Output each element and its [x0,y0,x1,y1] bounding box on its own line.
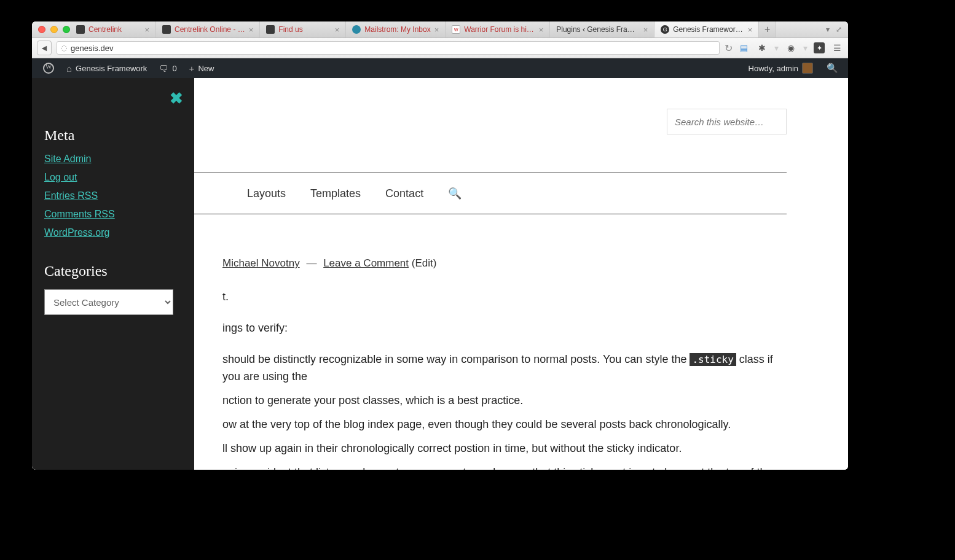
wordpress-icon [43,63,54,74]
fullscreen-icon[interactable]: ⤢ [836,25,842,34]
nav-contact[interactable]: Contact [385,187,423,200]
primary-nav: Layouts Templates Contact 🔍 [93,173,787,214]
tab[interactable]: wWarrior Forum is hir…× [446,21,550,37]
comments-count: 0 [172,64,176,73]
howdy-link[interactable]: Howdy, admin [742,63,819,74]
tab-strip: Centrelink× Centrelink Online - …× Find … [70,21,826,37]
new-content-link[interactable]: +New [183,58,221,78]
new-label: New [198,64,214,73]
close-tab-icon[interactable]: × [249,25,254,34]
nav-search-icon[interactable]: 🔍 [448,187,462,200]
list-item: ll show up again in their chronologicall… [222,440,787,457]
list-item: ow at the very top of the blog index pag… [222,416,787,434]
entries-rss-link[interactable]: Entries RSS [44,190,98,201]
tab-active[interactable]: GGenesis Framework …× [654,21,759,37]
favicon-icon: w [452,25,460,34]
author-link[interactable]: Michael Novotny [222,257,300,269]
tab[interactable]: Centrelink Online - …× [156,21,260,37]
admin-search-icon[interactable]: 🔍 [822,63,843,74]
meta-heading: Meta [44,127,182,144]
wordpress-org-link[interactable]: WordPress.org [44,227,109,238]
category-select[interactable]: Select Category [44,289,173,315]
site-name-link[interactable]: ⌂Genesis Framework [60,58,153,78]
list-item: ugin or widget that lists popular posts … [222,464,787,470]
site-name: Genesis Framework [76,64,147,73]
paragraph: ings to verify: [222,319,787,337]
close-tab-icon[interactable]: × [434,25,439,34]
comments-link[interactable]: 🗨0 [153,58,183,78]
post-meta: Michael Novotny — Leave a Comment (Edit) [93,257,787,270]
close-tab-icon[interactable]: × [335,25,340,34]
wp-logo-menu[interactable] [37,58,60,78]
tab-label: Mailstrom: My Inbox [364,25,430,34]
tab[interactable]: Plugins ‹ Genesis Frame…× [550,21,654,37]
favicon-icon [266,25,275,34]
code-sticky: .sticky [690,353,736,366]
close-tab-icon[interactable]: × [539,25,544,34]
separator: — [306,257,316,269]
tab-label: Centrelink [88,25,122,34]
offcanvas-sidebar: ✖ Meta Site Admin Log out Entries RSS Co… [32,78,194,470]
site-admin-link[interactable]: Site Admin [44,154,91,164]
tab-label: Genesis Framework … [673,25,744,34]
howdy-text: Howdy, admin [749,64,798,73]
home-icon: ⌂ [66,63,72,74]
chevron-down-icon[interactable]: ▾ [826,25,830,34]
paragraph: t. [222,288,787,306]
list-item: should be distinctly recognizable in som… [222,351,787,386]
reload-icon[interactable]: ↻ [725,42,733,54]
edit-link[interactable]: (Edit) [412,257,437,269]
comment-icon: 🗨 [159,63,168,74]
post-body: t. ings to verify: should be distinctly … [93,288,787,470]
favicon-icon [76,25,85,34]
plus-icon: + [189,63,195,74]
comments-rss-link[interactable]: Comments RSS [44,209,115,219]
tab[interactable]: Find us× [260,21,346,37]
categories-heading: Categories [44,263,182,279]
meta-links: Site Admin Log out Entries RSS Comments … [44,154,182,238]
browser-window: Centrelink× Centrelink Online - …× Find … [32,21,848,470]
avatar [802,63,813,74]
onepassword-icon[interactable]: ✦ [814,42,825,53]
url-text: genesis.dev [71,44,113,53]
nav-templates[interactable]: Templates [310,187,361,200]
tab-label: Warrior Forum is hir… [464,25,535,34]
favicon-icon: G [661,25,669,34]
tab-label: Centrelink Online - … [175,25,245,34]
globe-icon: ◌ [61,44,67,52]
favicon-icon [162,25,171,34]
wp-admin-bar: ⌂Genesis Framework 🗨0 +New Howdy, admin … [32,58,848,78]
logout-link[interactable]: Log out [44,172,77,182]
camera-icon[interactable]: ◉ [785,43,797,53]
leave-comment-link[interactable]: Leave a Comment [323,257,409,269]
content-area: s framework Layouts Templates Contact 🔍 … [32,78,848,470]
close-icon[interactable]: ✖ [170,89,183,108]
favicon-icon [352,25,361,34]
close-tab-icon[interactable]: × [144,25,149,34]
maximize-window-button[interactable] [63,26,70,33]
list-item: nction to generate your post classes, wh… [222,392,787,410]
new-tab-button[interactable]: + [759,21,776,37]
extension-icon[interactable]: ▤ [737,43,750,53]
close-tab-icon[interactable]: × [748,25,753,34]
close-window-button[interactable] [38,26,45,33]
back-button[interactable]: ◄ [37,41,52,55]
minimize-window-button[interactable] [50,26,58,33]
menu-icon[interactable]: ☰ [831,43,843,53]
window-controls [32,26,70,33]
url-field[interactable]: ◌ genesis.dev [57,41,720,55]
gear-icon[interactable]: ✱ [756,43,768,53]
titlebar: Centrelink× Centrelink Online - …× Find … [32,21,848,38]
tab[interactable]: Mailstrom: My Inbox× [346,21,446,37]
tab[interactable]: Centrelink× [70,21,156,37]
search-input[interactable] [675,117,779,127]
nav-layouts[interactable]: Layouts [247,187,286,200]
close-tab-icon[interactable]: × [643,25,648,34]
url-bar: ◄ ◌ genesis.dev ↻ ▤ ✱▾ ◉▾ ✦ ☰ [32,38,848,58]
titlebar-right: ▾ ⤢ [826,25,848,34]
tab-label: Plugins ‹ Genesis Frame… [556,25,639,34]
site-search[interactable] [667,109,787,134]
tab-label: Find us [278,25,302,34]
toolbar-icons: ▤ ✱▾ ◉▾ ✦ ☰ [737,42,843,53]
